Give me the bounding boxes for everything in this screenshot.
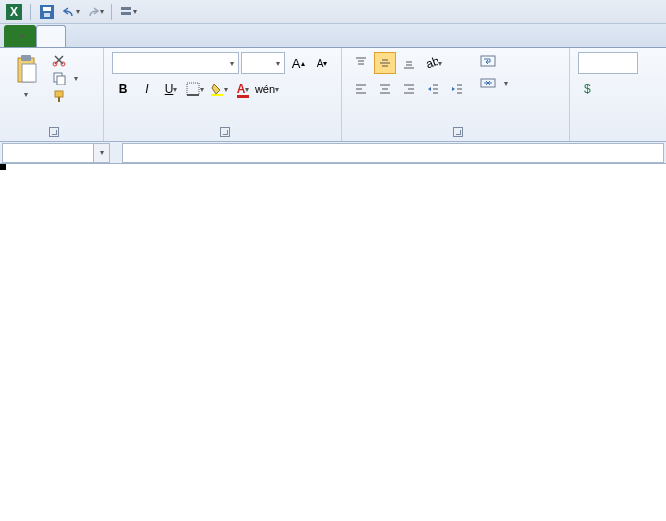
file-tab[interactable]: ▾ (4, 25, 36, 47)
tab-data[interactable] (150, 25, 178, 47)
svg-text:$: $ (584, 82, 591, 96)
clipboard-dialog-launcher[interactable] (49, 127, 59, 137)
font-dialog-launcher[interactable] (220, 127, 230, 137)
svg-rect-18 (211, 94, 223, 96)
underline-button[interactable]: U▾ (160, 78, 182, 100)
merge-center-button[interactable]: ▾ (478, 74, 510, 92)
save-icon[interactable] (37, 2, 57, 22)
align-center-icon[interactable] (374, 78, 396, 100)
align-top-icon[interactable] (350, 52, 372, 74)
undo-icon[interactable]: ▾ (61, 2, 81, 22)
bold-button[interactable]: B (112, 78, 134, 100)
align-left-icon[interactable] (350, 78, 372, 100)
font-name-combo[interactable]: ▾ (112, 52, 239, 74)
border-button[interactable]: ▾ (184, 78, 206, 100)
svg-rect-14 (55, 91, 63, 97)
orientation-icon[interactable]: ab▾ (422, 52, 444, 74)
svg-rect-13 (57, 76, 65, 85)
number-format-combo[interactable] (578, 52, 638, 74)
svg-rect-16 (187, 83, 199, 95)
wrap-text-button[interactable] (478, 52, 510, 70)
ribbon-tabs: ▾ (0, 24, 666, 48)
cut-button[interactable] (50, 52, 80, 68)
svg-rect-5 (121, 7, 131, 10)
font-color-button[interactable]: A▾ (232, 78, 254, 100)
italic-button[interactable]: I (136, 78, 158, 100)
tab-developer[interactable] (234, 25, 262, 47)
paste-button[interactable]: ▾ (8, 52, 44, 101)
tab-home[interactable] (36, 25, 66, 47)
align-middle-icon[interactable] (374, 52, 396, 74)
decrease-indent-icon[interactable] (422, 78, 444, 100)
svg-rect-3 (43, 7, 51, 11)
copy-button[interactable]: ▾ (50, 70, 80, 86)
svg-rect-8 (21, 55, 31, 61)
spreadsheet-grid[interactable] (0, 164, 666, 521)
svg-rect-4 (44, 13, 50, 17)
accounting-format-icon[interactable]: $ (578, 78, 600, 100)
align-right-icon[interactable] (398, 78, 420, 100)
name-box[interactable] (2, 143, 94, 163)
alignment-dialog-launcher[interactable] (453, 127, 463, 137)
tab-insert[interactable] (66, 25, 94, 47)
formula-bar[interactable] (122, 143, 664, 163)
tab-review[interactable] (178, 25, 206, 47)
increase-font-icon[interactable]: A▴ (287, 52, 309, 74)
svg-rect-9 (22, 64, 36, 82)
svg-rect-15 (58, 97, 60, 102)
tab-view[interactable] (206, 25, 234, 47)
svg-text:X: X (10, 5, 18, 19)
phonetic-button[interactable]: wén▾ (256, 78, 278, 100)
tab-page-layout[interactable] (94, 25, 122, 47)
name-box-dropdown[interactable]: ▾ (94, 143, 110, 163)
redo-icon[interactable]: ▾ (85, 2, 105, 22)
tab-formulas[interactable] (122, 25, 150, 47)
svg-rect-19 (237, 95, 249, 98)
format-painter-button[interactable] (50, 88, 80, 104)
svg-rect-45 (481, 56, 495, 66)
ribbon: ▾ ▾ ▾ ▾ A▴ A▾ B I U▾ ▾ ▾ A▾ (0, 48, 666, 142)
svg-text:ab: ab (424, 56, 438, 70)
align-bottom-icon[interactable] (398, 52, 420, 74)
fill-color-button[interactable]: ▾ (208, 78, 230, 100)
increase-indent-icon[interactable] (446, 78, 468, 100)
decrease-font-icon[interactable]: A▾ (311, 52, 333, 74)
svg-rect-6 (121, 12, 131, 15)
font-size-combo[interactable]: ▾ (241, 52, 285, 74)
excel-icon[interactable]: X (4, 2, 24, 22)
qat-customize-icon[interactable]: ▾ (118, 2, 138, 22)
